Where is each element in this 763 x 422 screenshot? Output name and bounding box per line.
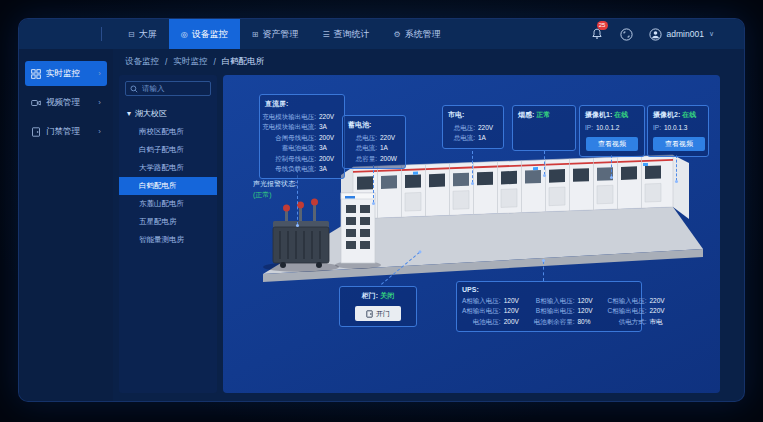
cabinet-door-panel: 柜门: 关闭 开门 — [339, 286, 417, 327]
metric-value: 3A — [319, 122, 339, 132]
mains-power-panel: 市电: 总电压:220V 总电流:1A — [442, 105, 504, 149]
metric-value: 120V — [504, 306, 524, 316]
metric-value: 120V — [504, 296, 524, 306]
metric-value: 120V — [577, 296, 597, 306]
main-nav: ⊟ 大屏 ◎ 设备监控 ⊞ 资产管理 ☰ 查询统计 ⚙ 系统管理 — [116, 19, 453, 49]
tree-item[interactable]: 智能量测电房 — [119, 231, 217, 249]
door-label: 柜门: — [362, 292, 378, 299]
gear-icon: ⚙ — [394, 30, 401, 39]
chevron-down-icon: ∨ — [709, 30, 714, 38]
metric-label: 电池剩余容量: — [534, 317, 575, 327]
connector-camera1 — [611, 155, 612, 177]
tree-item[interactable]: 白鹤子配电所 — [119, 141, 217, 159]
connector-ups — [543, 261, 544, 281]
ip-value: 10.0.1.3 — [664, 123, 688, 133]
notification-badge: 25 — [597, 21, 608, 30]
nav-tab-query-stats[interactable]: ☰ 查询统计 — [310, 19, 381, 49]
view-video-button[interactable]: 查看视频 — [653, 137, 705, 151]
chevron-right-icon: › — [98, 69, 101, 78]
sidebar-item-video-manage[interactable]: 视频管理 › — [25, 90, 107, 115]
metric-label: B相输出电压: — [534, 306, 575, 316]
station-canvas: 直流屏: 充电模块输出电压:220V 充电模块输出电流:3A 合闸母线电压:20… — [223, 75, 720, 393]
metric-label: 合闸母线电压: — [265, 133, 316, 143]
tree-item[interactable]: 东麓山配电所 — [119, 195, 217, 213]
sidebar-item-label: 门禁管理 — [46, 126, 80, 138]
nav-tab-assets[interactable]: ⊞ 资产管理 — [240, 19, 311, 49]
stats-icon: ☰ — [322, 30, 329, 39]
metric-label: 总电压: — [448, 123, 475, 133]
camera1-label: 摄像机1: — [585, 111, 612, 118]
alarm-text: 声光报警状态: — [253, 179, 297, 190]
metric-label: 充电模块输出电压: — [262, 112, 316, 122]
nav-tab-system[interactable]: ⚙ 系统管理 — [382, 19, 453, 49]
tree-root-node[interactable]: ▾ 湖大校区 — [119, 104, 217, 123]
ip-label: IP: — [585, 123, 593, 133]
ip-value: 10.0.1.2 — [596, 123, 620, 133]
metric-value: 120V — [577, 306, 597, 316]
sidebar-item-access-control[interactable]: 门禁管理 › — [25, 119, 107, 144]
camera1-title: 摄像机1: 在线 — [585, 110, 639, 120]
tree-item[interactable]: 大学路配电所 — [119, 159, 217, 177]
dc-screen-panel: 直流屏: 充电模块输出电压:220V 充电模块输出电流:3A 合闸母线电压:20… — [259, 94, 345, 179]
metric-label: 控制母线电压: — [265, 154, 316, 164]
ups-panel: UPS: A相输入电压:120V A相输出电压:120V 电池电压:200V B… — [456, 281, 642, 332]
metric-label: 总容量: — [348, 154, 377, 164]
tree-item-active[interactable]: 白鹤配电所 — [119, 177, 217, 195]
breadcrumb-item[interactable]: 实时监控 — [173, 56, 207, 68]
breadcrumb: 设备监控 / 实时监控 / 白鹤配电所 — [113, 49, 744, 75]
alarm-status: (正常) — [253, 190, 297, 201]
metric-label: 总电流: — [448, 133, 475, 143]
nav-tab-dashboard[interactable]: ⊟ 大屏 — [116, 19, 169, 49]
connector-battery — [373, 165, 374, 203]
open-door-button[interactable]: 开门 — [355, 306, 401, 321]
screenshot-stage: ⊟ 大屏 ◎ 设备监控 ⊞ 资产管理 ☰ 查询统计 ⚙ 系统管理 — [0, 0, 763, 422]
metric-label: A相输入电压: — [462, 296, 501, 306]
assets-icon: ⊞ — [252, 30, 259, 39]
search-icon — [130, 85, 138, 93]
sidebar-item-realtime-monitor[interactable]: 实时监控 › — [25, 61, 107, 86]
smoke-sensor-panel: 烟感: 正常 — [512, 105, 576, 151]
tree-item[interactable]: 南校区配电所 — [119, 123, 217, 141]
connector-camera2 — [676, 155, 677, 181]
fullscreen-icon[interactable] — [619, 26, 635, 42]
metric-label: C相输入电压: — [607, 296, 646, 306]
metric-value: 200V — [504, 317, 524, 327]
username: admin001 — [667, 29, 704, 39]
grid-monitor-icon — [31, 69, 41, 79]
user-menu[interactable]: admin001 ∨ — [649, 28, 714, 41]
video-camera-icon — [31, 98, 41, 108]
notification-bell-icon[interactable]: 25 — [589, 26, 605, 42]
content-row: ▾ 湖大校区 南校区配电所 白鹤子配电所 大学路配电所 白鹤配电所 东麓山配电所… — [113, 75, 744, 402]
topbar-right: 25 admin001 ∨ — [589, 26, 744, 42]
sound-light-alarm-label: 声光报警状态: (正常) — [253, 179, 297, 200]
camera2-title: 摄像机2: 在线 — [653, 110, 703, 120]
view-video-button[interactable]: 查看视频 — [586, 137, 638, 151]
open-door-label: 开门 — [376, 309, 390, 319]
metric-label: 电池电压: — [462, 317, 501, 327]
metric-label: 供电方式: — [607, 317, 646, 327]
metric-value: 200V — [319, 154, 339, 164]
door-open-icon — [366, 310, 373, 318]
metric-value: 220V — [380, 133, 400, 143]
metric-label: 母线负载电流: — [265, 164, 316, 174]
smoke-panel-title: 烟感: 正常 — [518, 110, 570, 120]
tree-root-label: 湖大校区 — [135, 108, 167, 119]
metric-value: 220V — [478, 123, 498, 133]
metric-label: 总电流: — [348, 143, 377, 153]
top-navbar: ⊟ 大屏 ◎ 设备监控 ⊞ 资产管理 ☰ 查询统计 ⚙ 系统管理 — [19, 19, 744, 49]
breadcrumb-separator: / — [165, 57, 167, 67]
tree-item[interactable]: 五星配电房 — [119, 213, 217, 231]
door-title: 柜门: 关闭 — [345, 291, 411, 301]
breadcrumb-item[interactable]: 设备监控 — [125, 56, 159, 68]
ups-title: UPS: — [462, 286, 636, 293]
dashboard-icon: ⊟ — [128, 30, 135, 39]
metric-value: 1A — [380, 143, 400, 153]
metric-label: C相输出电压: — [607, 306, 646, 316]
connector-smoke — [544, 151, 545, 175]
sidebar-item-label: 实时监控 — [46, 68, 80, 80]
nav-tab-device-monitor[interactable]: ◎ 设备监控 — [169, 19, 240, 49]
tree-search-input[interactable] — [142, 84, 206, 93]
camera1-status: 在线 — [614, 111, 628, 118]
body-row: 实时监控 › 视频管理 › 门禁管理 — [19, 49, 744, 402]
metric-label: 充电模块输出电流: — [262, 122, 316, 132]
